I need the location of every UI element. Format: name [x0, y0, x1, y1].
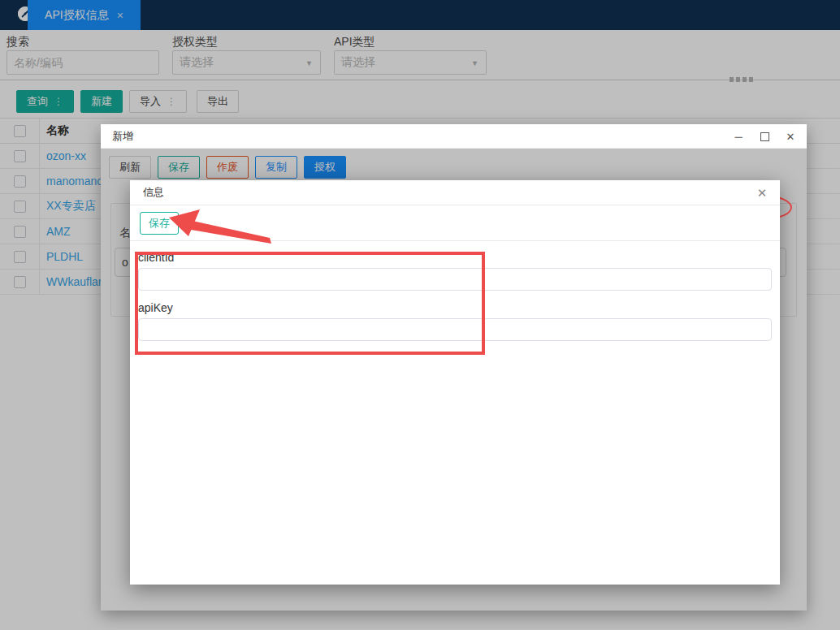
- app-screen: API授权信息 × 搜索 授权类型 请选择 ▼ API类型 请选择 ▼ 查询 ⋮…: [0, 0, 840, 630]
- close-icon[interactable]: ✕: [777, 124, 803, 149]
- create-window-titlebar[interactable]: 新增 ─ ✕: [101, 124, 807, 149]
- window-controls: ─ ✕: [725, 124, 803, 149]
- maximize-icon[interactable]: [751, 124, 777, 149]
- info-dialog-title: 信息: [143, 185, 164, 200]
- create-window-title: 新增: [112, 129, 133, 144]
- close-icon[interactable]: ✕: [754, 185, 770, 201]
- red-rectangle-annotation: [135, 252, 485, 355]
- info-dialog-header: 信息 ✕: [130, 180, 780, 205]
- minimize-icon[interactable]: ─: [725, 124, 751, 149]
- red-arrow-annotation: [162, 205, 280, 249]
